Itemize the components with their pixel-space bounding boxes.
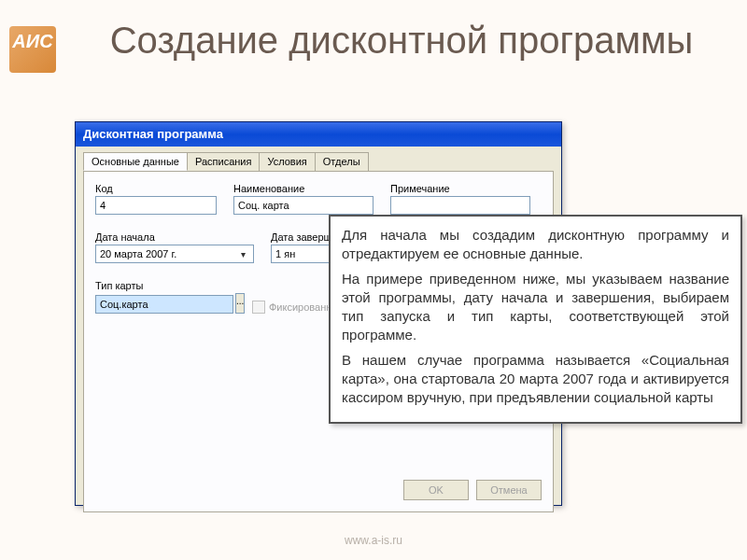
cancel-button[interactable]: Отмена [476, 480, 542, 500]
tab-departments[interactable]: Отделы [315, 152, 369, 171]
tab-conditions[interactable]: Условия [259, 152, 315, 171]
chevron-down-icon[interactable]: ▾ [236, 249, 249, 259]
date-start-value: 20 марта 2007 г. [100, 248, 176, 259]
brand-logo: АИС [9, 26, 56, 73]
callout-paragraph: Для начала мы создадим дисконтную програ… [342, 226, 729, 264]
footer-url: www.a-is.ru [0, 534, 747, 547]
name-label: Наименование [233, 183, 374, 194]
date-start-input[interactable]: 20 марта 2007 г. ▾ [95, 245, 254, 263]
tab-schedules[interactable]: Расписания [187, 152, 260, 171]
name-input[interactable] [233, 196, 374, 215]
window-titlebar: Дисконтная программа [76, 122, 561, 147]
explanation-callout: Для начала мы создадим дисконтную програ… [329, 215, 742, 424]
dialog-buttons: OK Отмена [403, 480, 542, 500]
code-label: Код [95, 183, 217, 194]
note-input[interactable] [390, 196, 530, 215]
slide-title: Создание дисконтной программы [93, 19, 710, 62]
card-type-browse-button[interactable]: ... [235, 293, 245, 314]
tab-row: Основные данные Расписания Условия Отдел… [76, 147, 561, 171]
card-type-input[interactable] [95, 295, 233, 314]
note-label: Примечание [390, 183, 530, 194]
code-input[interactable] [95, 196, 217, 215]
tab-main-data[interactable]: Основные данные [83, 152, 188, 171]
ok-button[interactable]: OK [403, 480, 469, 500]
checkbox-icon [252, 301, 265, 314]
logo-text: АИС [12, 31, 52, 51]
date-start-label: Дата начала [95, 231, 254, 243]
date-end-value: 1 ян [275, 248, 295, 259]
callout-paragraph: В нашем случае программа называется «Соц… [342, 351, 729, 408]
card-type-label: Тип карты [95, 280, 235, 291]
callout-paragraph: На примере приведенном ниже, мы указывае… [342, 270, 729, 345]
